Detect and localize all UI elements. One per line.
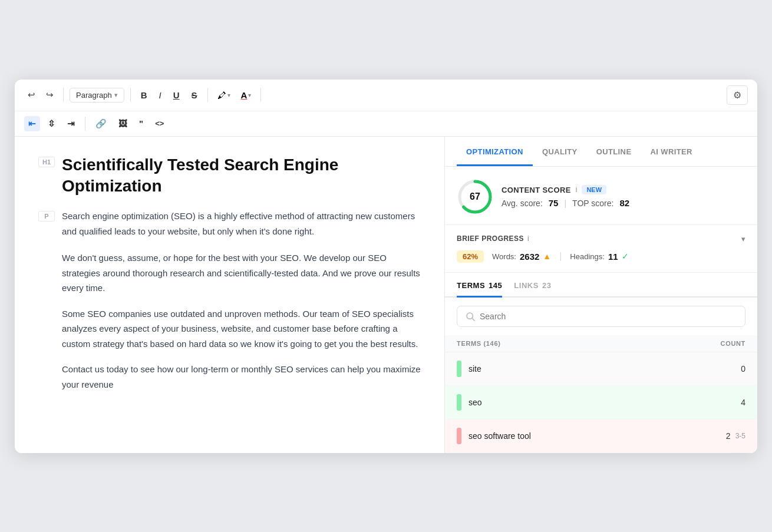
score-new-badge: NEW	[582, 185, 606, 194]
h1-label: H1	[38, 157, 55, 167]
headings-check-icon: ✓	[622, 252, 629, 261]
brief-words-stat: Words: 2632 ▲	[492, 252, 551, 262]
tab-ai-writer[interactable]: AI WRITER	[641, 137, 701, 166]
toolbar-row2: ⇤ ⇳ ⇥ 🔗 🖼 " <>	[15, 111, 757, 136]
brief-stats: 62% Words: 2632 ▲ | Headings: 11 ✓	[457, 250, 745, 263]
align-center-icon: ⇳	[48, 118, 55, 129]
words-up-icon: ▲	[543, 252, 551, 261]
avg-label: Avg. score:	[502, 199, 543, 208]
font-color-button[interactable]: A ▾	[237, 88, 255, 103]
toolbar-divider2	[130, 88, 131, 102]
term-count-1: 4	[741, 398, 745, 407]
align-left-icon: ⇤	[28, 118, 36, 129]
score-header: 67 CONTENT SCORE i NEW Avg. score: 75 | …	[457, 179, 745, 215]
paragraph-block-0: P Search engine optimization (SEO) is a …	[38, 209, 421, 239]
code-icon: <>	[155, 119, 164, 128]
highlight-button[interactable]: 🖍 ▾	[214, 88, 234, 103]
align-right-icon: ⇥	[67, 118, 75, 129]
italic-button[interactable]: I	[155, 88, 166, 103]
quote-button[interactable]: "	[135, 116, 147, 131]
image-icon: 🖼	[118, 118, 127, 128]
score-title-row: CONTENT SCORE i NEW	[502, 185, 745, 194]
links-count: 23	[542, 281, 552, 290]
editor-heading[interactable]: Scientifically Tested Search Engine Opti…	[62, 154, 421, 197]
terms-tabs-row: TERMS 145 LINKS 23	[445, 273, 757, 298]
term-text-1: seo	[469, 398, 482, 407]
settings-icon: ⚙	[733, 90, 741, 100]
tab-outline[interactable]: OUTLINE	[587, 137, 641, 166]
score-stats: Avg. score: 75 | TOP score: 82	[502, 198, 745, 208]
score-title: CONTENT SCORE	[502, 186, 571, 194]
undo-icon: ↩	[28, 90, 35, 100]
editor-para-3[interactable]: Contact us today to see how our long-ter…	[62, 362, 421, 392]
paragraph-label: Paragraph	[76, 91, 112, 100]
main-body: H1 Scientifically Tested Search Engine O…	[15, 137, 757, 453]
settings-button[interactable]: ⚙	[727, 85, 748, 105]
words-label: Words:	[492, 252, 516, 261]
paragraph-select[interactable]: Paragraph ▾	[70, 88, 124, 103]
p-label: P	[38, 211, 55, 222]
score-section: 67 CONTENT SCORE i NEW Avg. score: 75 | …	[445, 167, 757, 225]
term-indicator-0	[457, 361, 461, 377]
brief-pipe1: |	[559, 251, 562, 262]
brief-title: BRIEF PROGRESS	[457, 234, 524, 243]
align-left-button[interactable]: ⇤	[24, 116, 40, 131]
toolbar-row1: ↩ ↪ Paragraph ▾ B I U S 🖍 ▾ A ▾	[15, 80, 757, 111]
term-count-row-2: 2 3-5	[726, 431, 745, 441]
term-indicator-2	[457, 428, 461, 444]
align-center-button[interactable]: ⇳	[44, 116, 60, 131]
quote-icon: "	[139, 118, 143, 128]
toolbar-divider4	[260, 88, 261, 102]
undo-button[interactable]: ↩	[24, 87, 39, 103]
brief-headings-stat: Headings: 11 ✓	[570, 252, 628, 262]
tab-optimization[interactable]: OPTIMIZATION	[457, 137, 533, 166]
paragraph-chevron-icon: ▾	[114, 91, 118, 99]
brief-chevron-icon[interactable]: ▾	[741, 234, 745, 243]
search-input[interactable]	[480, 312, 737, 321]
links-tab-label: LINKS	[514, 281, 539, 290]
terms-count: 145	[489, 281, 502, 290]
search-icon	[466, 312, 475, 321]
strikethrough-button[interactable]: S	[187, 88, 202, 103]
search-wrap	[457, 306, 745, 327]
tab-quality[interactable]: QUALITY	[533, 137, 587, 166]
search-row	[445, 298, 757, 335]
link-button[interactable]: 🔗	[91, 116, 111, 131]
underline-button[interactable]: U	[169, 88, 184, 103]
term-range-2: 3-5	[735, 432, 745, 440]
font-color-chevron-icon: ▾	[248, 92, 251, 98]
toolbar-divider5	[85, 117, 85, 131]
terms-tab[interactable]: TERMS 145	[457, 273, 502, 298]
term-name-0: site	[457, 361, 481, 377]
brief-info-icon[interactable]: i	[527, 234, 529, 243]
headings-label: Headings:	[570, 252, 605, 261]
brief-percent: 62%	[457, 250, 484, 263]
redo-icon: ↪	[46, 90, 54, 100]
editor-para-1[interactable]: We don't guess, assume, or hope for the …	[62, 250, 421, 296]
brief-header: BRIEF PROGRESS i ▾	[457, 234, 745, 243]
editor-para-0[interactable]: Search engine optimization (SEO) is a hi…	[62, 209, 421, 239]
toolbar-divider1	[63, 88, 64, 102]
heading-block: H1 Scientifically Tested Search Engine O…	[38, 154, 421, 197]
term-indicator-1	[457, 394, 461, 411]
font-color-icon: A	[241, 90, 248, 100]
redo-button[interactable]: ↪	[42, 87, 57, 103]
editor-area[interactable]: H1 Scientifically Tested Search Engine O…	[15, 137, 445, 453]
highlight-chevron-icon: ▾	[227, 92, 230, 98]
align-right-button[interactable]: ⇥	[63, 116, 79, 131]
toolbar-divider3	[207, 88, 208, 102]
headings-value: 11	[608, 252, 618, 262]
term-count-2: 2	[726, 431, 731, 441]
highlight-icon: 🖍	[217, 90, 226, 100]
table-row: seo 4	[445, 386, 757, 419]
col-count-label: COUNT	[721, 340, 745, 347]
score-circle: 67	[457, 179, 493, 215]
code-button[interactable]: <>	[151, 117, 168, 130]
score-info-icon[interactable]: i	[576, 186, 578, 194]
bold-button[interactable]: B	[137, 88, 151, 103]
toolbar: ↩ ↪ Paragraph ▾ B I U S 🖍 ▾ A ▾	[15, 80, 757, 137]
image-button[interactable]: 🖼	[114, 116, 131, 131]
links-tab[interactable]: LINKS 23	[514, 273, 551, 298]
editor-para-2[interactable]: Some SEO companies use outdated and unpr…	[62, 306, 421, 352]
avg-value: 75	[549, 198, 559, 208]
